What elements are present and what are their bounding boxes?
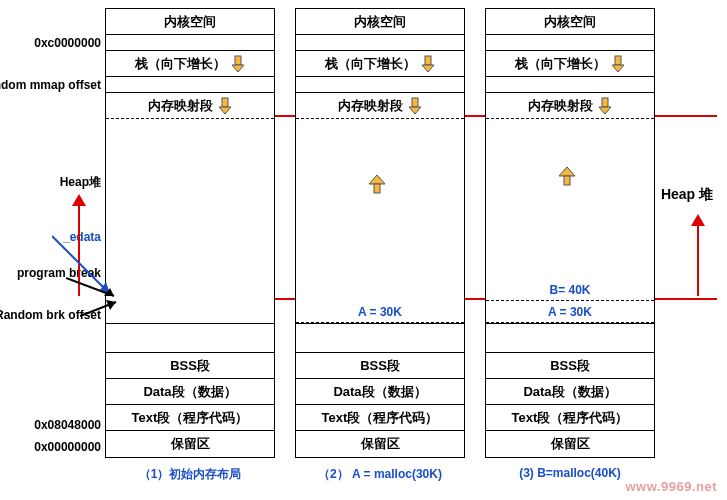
arrow-down-icon <box>230 55 246 73</box>
arrow-up-icon <box>72 194 86 206</box>
heap-empty-region <box>106 119 274 323</box>
label-heap: Heap堆 <box>60 174 101 191</box>
seg-stack: 栈（向下增长） <box>106 51 274 77</box>
arrow-down-icon <box>597 97 613 115</box>
heap-region <box>486 119 654 279</box>
heap-block-b: B= 40K <box>486 279 654 301</box>
seg-text: Text段（程序代码） <box>486 405 654 431</box>
brk-gap <box>296 323 464 353</box>
seg-reserved: 保留区 <box>106 431 274 457</box>
svg-marker-19 <box>612 65 624 72</box>
arrow-down-icon <box>610 55 626 73</box>
brk-gap <box>486 323 654 353</box>
seg-kernel: 内核空间 <box>486 9 654 35</box>
gap-stack-mmap <box>106 77 274 93</box>
svg-marker-11 <box>219 107 231 114</box>
svg-marker-21 <box>599 107 611 114</box>
addr-08048000: 0x08048000 <box>34 418 101 432</box>
arrow-down-icon <box>407 97 423 115</box>
seg-kernel: 内核空间 <box>106 9 274 35</box>
gap-kernel-stack <box>486 35 654 51</box>
svg-marker-9 <box>232 65 244 72</box>
memory-column-initial: 内核空间 栈（向下增长） 内存映射段 BSS段 Data段（数据） Text段（… <box>105 8 275 483</box>
seg-text: Text段（程序代码） <box>106 405 274 431</box>
brk-arrow <box>80 298 124 320</box>
heap-region <box>296 119 464 301</box>
svg-marker-1 <box>72 194 86 206</box>
gap-kernel-stack <box>106 35 274 51</box>
label-random-mmap: Random mmap offset <box>0 78 101 92</box>
seg-mmap: 内存映射段 <box>106 93 274 119</box>
svg-rect-10 <box>222 98 228 107</box>
seg-mmap-label: 内存映射段 <box>338 97 403 115</box>
memory-column-malloc-a: 内核空间 栈（向下增长） 内存映射段 A = 30K _edata BSS段 <box>295 8 465 483</box>
seg-data: Data段（数据） <box>296 379 464 405</box>
seg-reserved: 保留区 <box>296 431 464 457</box>
seg-stack-label: 栈（向下增长） <box>325 55 416 73</box>
caption-3: (3) B=malloc(40K) <box>485 466 655 480</box>
svg-marker-13 <box>422 65 434 72</box>
svg-rect-17 <box>374 184 380 193</box>
seg-data: Data段（数据） <box>486 379 654 405</box>
heap-block-a: A = 30K <box>296 301 464 323</box>
seg-bss: BSS段 <box>486 353 654 379</box>
gap-kernel-stack <box>296 35 464 51</box>
seg-mmap-label: 内存映射段 <box>528 97 593 115</box>
seg-data: Data段（数据） <box>106 379 274 405</box>
svg-rect-23 <box>564 176 570 185</box>
seg-stack: 栈（向下增长） <box>296 51 464 77</box>
caption-1: （1）初始内存布局 <box>105 466 275 483</box>
seg-stack-label: 栈（向下增长） <box>135 55 226 73</box>
gap-stack-mmap <box>296 77 464 93</box>
svg-marker-16 <box>369 175 385 184</box>
addr-00000000: 0x00000000 <box>34 440 101 454</box>
seg-reserved: 保留区 <box>486 431 654 457</box>
gap-stack-mmap <box>486 77 654 93</box>
diagram-stage: 0xc0000000 Random mmap offset Heap堆 _eda… <box>0 0 727 500</box>
svg-rect-8 <box>235 56 241 65</box>
seg-stack: 栈（向下增长） <box>486 51 654 77</box>
memory-column-malloc-b: 内核空间 栈（向下增长） 内存映射段 _edata B= 40K A = 30K <box>485 8 655 483</box>
arrow-up-icon <box>368 175 386 198</box>
seg-stack-label: 栈（向下增长） <box>515 55 606 73</box>
addr-c0000000: 0xc0000000 <box>34 36 101 50</box>
seg-mmap-label: 内存映射段 <box>148 97 213 115</box>
svg-rect-18 <box>615 56 621 65</box>
seg-bss: BSS段 <box>296 353 464 379</box>
heap-block-a: A = 30K <box>486 301 654 323</box>
svg-rect-14 <box>412 98 418 107</box>
seg-mmap: 内存映射段 <box>486 93 654 119</box>
svg-rect-20 <box>602 98 608 107</box>
caption-2: （2） A = malloc(30K) <box>295 466 465 483</box>
seg-kernel: 内核空间 <box>296 9 464 35</box>
svg-rect-12 <box>425 56 431 65</box>
svg-marker-15 <box>409 107 421 114</box>
arrow-down-icon <box>420 55 436 73</box>
seg-bss: BSS段 <box>106 353 274 379</box>
brk-gap <box>106 323 274 353</box>
seg-text: Text段（程序代码） <box>296 405 464 431</box>
svg-marker-22 <box>559 167 575 176</box>
arrow-down-icon <box>217 97 233 115</box>
arrow-up-icon <box>558 167 576 190</box>
seg-mmap: 内存映射段 <box>296 93 464 119</box>
